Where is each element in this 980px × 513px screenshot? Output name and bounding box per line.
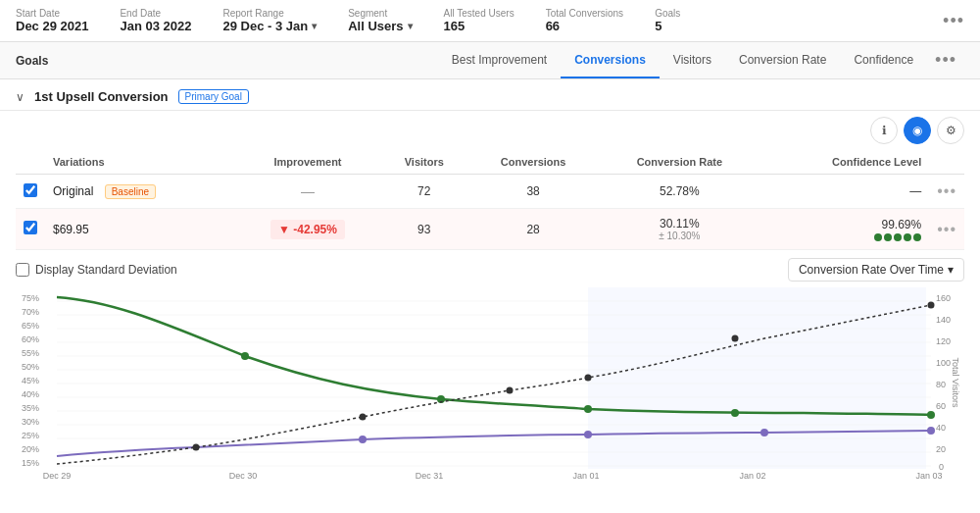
- data-table-container: Variations Improvement Visitors Conversi…: [0, 150, 980, 250]
- dot-5: [913, 233, 921, 241]
- col-checkbox: [16, 150, 45, 175]
- row2-rate: 30.11%: [606, 217, 753, 231]
- info-icon: ℹ: [882, 124, 887, 137]
- tab-conversions[interactable]: Conversions: [561, 43, 660, 78]
- dot-visitors-1: [193, 444, 200, 451]
- dot-visitors-6: [928, 302, 935, 309]
- icon-row: ℹ ◉ ⚙: [0, 111, 980, 150]
- header-bar: Start Date Dec 29 2021 End Date Jan 03 2…: [0, 0, 980, 42]
- row2-conversions-cell: 28: [468, 209, 599, 250]
- row2-name: $69.95: [53, 223, 89, 236]
- svg-text:Jan 03: Jan 03: [915, 471, 942, 479]
- col-variations: Variations: [45, 150, 235, 175]
- table-row: Original Baseline — 72 38 52.78% —: [16, 175, 964, 209]
- tab-best-improvement[interactable]: Best Improvement: [438, 43, 561, 78]
- svg-text:140: 140: [936, 315, 951, 325]
- total-conv-value: 66: [546, 19, 623, 33]
- all-tested-value: 165: [444, 19, 514, 33]
- info-icon-button[interactable]: ℹ: [870, 117, 898, 144]
- row1-name-cell: Original Baseline: [45, 175, 235, 209]
- svg-text:Dec 29: Dec 29: [43, 471, 72, 479]
- row1-conversions-cell: 38: [468, 175, 599, 209]
- tab-more-button[interactable]: •••: [927, 42, 964, 78]
- svg-text:160: 160: [936, 293, 951, 303]
- primary-goal-badge: Primary Goal: [178, 89, 249, 104]
- col-rate: Conversion Rate: [598, 150, 760, 175]
- row1-visitors-cell: 72: [380, 175, 468, 209]
- all-tested-label: All Tested Users: [444, 8, 514, 19]
- row1-confidence: —: [909, 184, 921, 198]
- dot-variant-3: [760, 429, 768, 436]
- row2-name-cell: $69.95: [45, 209, 235, 250]
- dot-visitors-5: [732, 335, 739, 342]
- header-more-button[interactable]: •••: [943, 11, 964, 31]
- row1-confidence-cell: —: [760, 175, 929, 209]
- svg-text:Dec 30: Dec 30: [229, 471, 258, 479]
- svg-text:25%: 25%: [22, 431, 39, 440]
- end-date-value: Jan 03 2022: [120, 19, 191, 33]
- chart-section: Display Standard Deviation Conversion Ra…: [0, 250, 980, 483]
- dot-original-1: [241, 352, 249, 360]
- dot-visitors-3: [507, 387, 514, 394]
- svg-text:45%: 45%: [22, 376, 39, 385]
- dot-visitors-4: [585, 375, 592, 382]
- row2-confidence-cell: 99.69%: [760, 209, 929, 250]
- all-tested-item: All Tested Users 165: [444, 8, 514, 33]
- row1-checkbox-cell[interactable]: [16, 175, 45, 209]
- row2-checkbox[interactable]: [24, 221, 37, 234]
- svg-text:Total Visitors: Total Visitors: [951, 358, 960, 408]
- settings-icon-button[interactable]: ⚙: [937, 117, 964, 144]
- chart-svg: 75% 70% 65% 60% 55% 50% 45% 40% 35% 30% …: [16, 287, 964, 479]
- svg-text:15%: 15%: [22, 458, 39, 468]
- segment-arrow[interactable]: ▾: [408, 21, 413, 31]
- std-dev-text: Display Standard Deviation: [35, 263, 177, 277]
- row1-checkbox[interactable]: [24, 183, 37, 197]
- settings-icon: ⚙: [946, 124, 956, 137]
- row1-rate-cell: 52.78%: [598, 175, 760, 209]
- chart-icon-button[interactable]: ◉: [904, 117, 931, 144]
- svg-text:60%: 60%: [22, 334, 39, 344]
- row1-name: Original: [53, 184, 93, 198]
- dot-4: [904, 233, 911, 241]
- std-dev-label[interactable]: Display Standard Deviation: [16, 263, 177, 277]
- std-dev-checkbox[interactable]: [16, 263, 29, 277]
- tab-visitors[interactable]: Visitors: [660, 43, 725, 78]
- row1-more-button[interactable]: •••: [937, 182, 956, 199]
- start-date-value: Dec 29 2021: [16, 19, 88, 33]
- tab-conversion-rate[interactable]: Conversion Rate: [725, 43, 840, 78]
- row1-improvement-cell: —: [235, 175, 379, 209]
- dot-variant-4: [927, 427, 935, 435]
- svg-text:40: 40: [936, 423, 946, 433]
- row1-rate: 52.78%: [660, 184, 700, 198]
- segment-value[interactable]: All Users ▾: [348, 19, 412, 33]
- col-improvement: Improvement: [235, 150, 379, 175]
- report-range-arrow[interactable]: ▾: [312, 21, 317, 31]
- goal-section: ∨ 1st Upsell Conversion Primary Goal: [0, 79, 980, 111]
- dot-1: [874, 233, 882, 241]
- total-conv-item: Total Conversions 66: [546, 8, 623, 33]
- chart-type-dropdown[interactable]: Conversion Rate Over Time ▾: [788, 258, 964, 282]
- row2-improvement: ▼ -42.95%: [270, 220, 345, 239]
- row2-confidence-dots: [768, 233, 921, 241]
- col-actions: [929, 150, 964, 175]
- report-range-value[interactable]: 29 Dec - 3 Jan ▾: [222, 19, 317, 33]
- row1-actions-cell[interactable]: •••: [929, 175, 964, 209]
- svg-text:70%: 70%: [22, 307, 39, 317]
- row2-improvement-cell: ▼ -42.95%: [235, 209, 379, 250]
- tab-confidence[interactable]: Confidence: [840, 43, 927, 78]
- col-conversions: Conversions: [468, 150, 599, 175]
- tab-bar: Goals Best Improvement Conversions Visit…: [0, 42, 980, 79]
- row1-visitors: 72: [417, 184, 430, 198]
- goal-chevron-icon[interactable]: ∨: [16, 90, 24, 104]
- row2-checkbox-cell[interactable]: [16, 209, 45, 250]
- svg-text:20%: 20%: [22, 444, 39, 454]
- row2-actions-cell[interactable]: •••: [929, 209, 964, 250]
- svg-text:75%: 75%: [22, 293, 39, 303]
- svg-text:35%: 35%: [22, 403, 39, 413]
- row2-more-button[interactable]: •••: [937, 221, 956, 237]
- svg-text:30%: 30%: [22, 417, 39, 427]
- dot-original-3: [584, 405, 592, 413]
- chart-controls: Display Standard Deviation Conversion Ra…: [16, 258, 964, 282]
- row2-rate-sub: ± 10.30%: [606, 231, 753, 241]
- chart-icon: ◉: [912, 124, 922, 137]
